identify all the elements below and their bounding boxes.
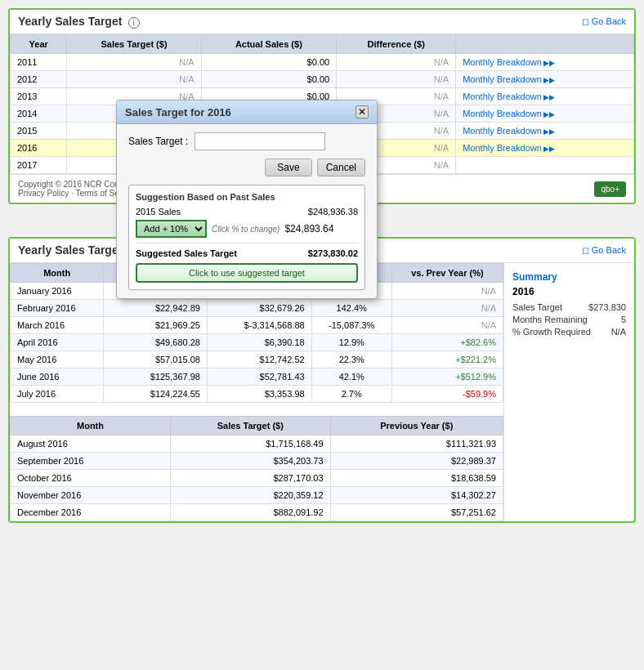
cell-0: March 2016 — [11, 317, 104, 334]
sales-target-label: Sales Target : — [128, 136, 188, 147]
cell2-2: $18,638.59 — [330, 470, 503, 487]
monthly-breakdown-link[interactable]: Monthly Breakdown — [463, 57, 555, 67]
year-cell: 2013 — [11, 88, 67, 105]
year-cell: 2017 — [11, 157, 67, 174]
year-header: Year — [11, 35, 67, 54]
breakdown-row: May 2016$57,015.08$12,742.5222.3%+$221.2… — [11, 351, 503, 368]
cell2-1: $287,170.03 — [171, 470, 331, 487]
year-cell: 2016 — [11, 140, 67, 157]
cell2-0: August 2016 — [11, 436, 171, 453]
table-row: 2011N/A$0.00N/AMonthly Breakdown — [11, 54, 634, 71]
cancel-button[interactable]: Cancel — [317, 159, 365, 176]
top-go-back-link[interactable]: Go Back — [582, 16, 626, 27]
summary-row: Sales Target$273,830 — [512, 302, 626, 312]
suggested-label: Suggested Sales Target — [136, 248, 237, 258]
right-summary: Summary 2016 Sales Target$273,830Months … — [503, 263, 634, 521]
use-suggested-button[interactable]: Click to use suggested target — [136, 263, 358, 283]
summary-row-value: 5 — [621, 315, 626, 324]
monthly-link-cell[interactable]: Monthly Breakdown — [456, 140, 634, 157]
cell2-2: $22,989.37 — [330, 453, 503, 470]
suggestion-box: Suggestion Based on Past Sales 2015 Sale… — [128, 185, 365, 290]
monthly-breakdown-link[interactable]: Monthly Breakdown — [463, 109, 555, 118]
cell2-2: $14,302.27 — [330, 487, 503, 504]
year-cell: 2014 — [11, 105, 67, 123]
cell-0: June 2016 — [11, 368, 104, 386]
table-row: 2012N/A$0.00N/AMonthly Breakdown — [11, 71, 634, 88]
add-percent-select[interactable]: Add + 10% Add + 5% Add + 15% Add + 20% — [136, 220, 207, 238]
cell-3: 42.1% — [311, 368, 391, 386]
cell-1: $49,680.28 — [104, 334, 208, 351]
bottom-go-back-link[interactable]: Go Back — [582, 245, 626, 256]
summary-year: 2016 — [512, 286, 626, 297]
cell2-1: $1,715,168.49 — [171, 436, 331, 453]
privacy-policy-link[interactable]: Privacy Policy — [18, 189, 69, 198]
suggestion-title: Suggestion Based on Past Sales — [136, 192, 358, 202]
cell-2: $6,390.18 — [207, 334, 311, 351]
monthly-breakdown-link[interactable]: Monthly Breakdown — [463, 126, 555, 136]
prev-year2-header: Previous Year ($) — [330, 417, 503, 436]
year-cell: 2011 — [11, 54, 67, 71]
summary-row-label: Months Remaining — [512, 315, 588, 324]
breakdown-table-2: Month Sales Target ($) Previous Year ($)… — [10, 416, 503, 521]
cell-1: $125,367.98 — [104, 368, 208, 386]
info-icon[interactable]: i — [128, 17, 140, 29]
year-cell: 2015 — [11, 123, 67, 140]
summary-title: Summary — [512, 271, 626, 283]
quickbooks-button[interactable]: qbo+ — [594, 181, 626, 197]
sales-target-input[interactable] — [195, 132, 325, 150]
cell-0: May 2016 — [11, 351, 104, 368]
summary-row-label: Sales Target — [512, 302, 562, 312]
breakdown-row: April 2016$49,680.28$6,390.1812.9%+$82.6… — [11, 334, 503, 351]
save-button[interactable]: Save — [265, 159, 311, 176]
prev-year-header: vs. Prev Year (%) — [391, 264, 503, 283]
cell-0: April 2016 — [11, 334, 104, 351]
top-panel: Yearly Sales Target i Go Back Year Sales… — [8, 8, 636, 204]
cell-3: 2.7% — [311, 386, 391, 403]
cell2-0: December 2016 — [11, 504, 171, 521]
modal-close-button[interactable]: ✕ — [356, 105, 369, 118]
breakdown-row-2: November 2016$220,359.12$14,302.27 — [11, 487, 503, 504]
monthly-link-cell[interactable]: Monthly Breakdown — [456, 123, 634, 140]
cell-4: N/A — [391, 283, 503, 300]
top-panel-title-group: Yearly Sales Target i — [18, 15, 140, 29]
monthly-link-cell[interactable]: Monthly Breakdown — [456, 54, 634, 71]
monthly-link-cell[interactable]: Monthly Breakdown — [456, 105, 634, 123]
month-header: Month — [11, 264, 104, 283]
monthly-link-cell — [456, 157, 634, 174]
breakdown-row-2: December 2016$882,091.92$57,251.62 — [11, 504, 503, 521]
modal-body: Sales Target : Save Cancel Suggestion Ba… — [117, 124, 377, 298]
summary-row-value: N/A — [611, 327, 626, 337]
cell-2: $3,353.98 — [207, 386, 311, 403]
monthly-breakdown-link[interactable]: Monthly Breakdown — [463, 74, 555, 84]
sales-target-row: Sales Target : — [128, 132, 365, 150]
cell-1: $57,015.08 — [104, 351, 208, 368]
monthly-header — [456, 35, 634, 54]
target-cell: N/A — [67, 71, 201, 88]
add-row: Add + 10% Add + 5% Add + 15% Add + 20% C… — [136, 220, 358, 238]
monthly-link-cell[interactable]: Monthly Breakdown — [456, 71, 634, 88]
cell-0: July 2016 — [11, 386, 104, 403]
cell-4: +$82.6% — [391, 334, 503, 351]
cell-1: $21,969.25 — [104, 317, 208, 334]
breakdown-row: February 2016$22,942.89$32,679.26142.4%N… — [11, 300, 503, 317]
monthly-breakdown-link[interactable]: Monthly Breakdown — [463, 143, 555, 153]
bottom-content: Month Sales Target ($) Actual Sales ($) … — [10, 263, 634, 521]
cell2-2: $111,321.93 — [330, 436, 503, 453]
suggested-target-row: Suggested Sales Target $273,830.02 — [136, 248, 358, 258]
cell2-2: $57,251.62 — [330, 504, 503, 521]
cell-4: +$512.9% — [391, 368, 503, 386]
diff-cell: N/A — [337, 71, 456, 88]
monthly-link-cell[interactable]: Monthly Breakdown — [456, 88, 634, 105]
cell2-1: $354,203.73 — [171, 453, 331, 470]
cell-2: $32,679.26 — [207, 300, 311, 317]
top-panel-title: Yearly Sales Target — [18, 15, 122, 28]
modal-title-bar: Sales Target for 2016 ✕ — [117, 100, 377, 124]
cell-1: $124,224.55 — [104, 386, 208, 403]
actual-cell: $0.00 — [201, 54, 337, 71]
summary-row-value: $273,830 — [588, 302, 626, 312]
summary-row-label: % Growth Required — [512, 327, 591, 337]
sales-target2-header: Sales Target ($) — [171, 417, 331, 436]
cell2-1: $220,359.12 — [171, 487, 331, 504]
monthly-breakdown-link[interactable]: Monthly Breakdown — [463, 92, 555, 101]
cell-0: January 2016 — [11, 283, 104, 300]
